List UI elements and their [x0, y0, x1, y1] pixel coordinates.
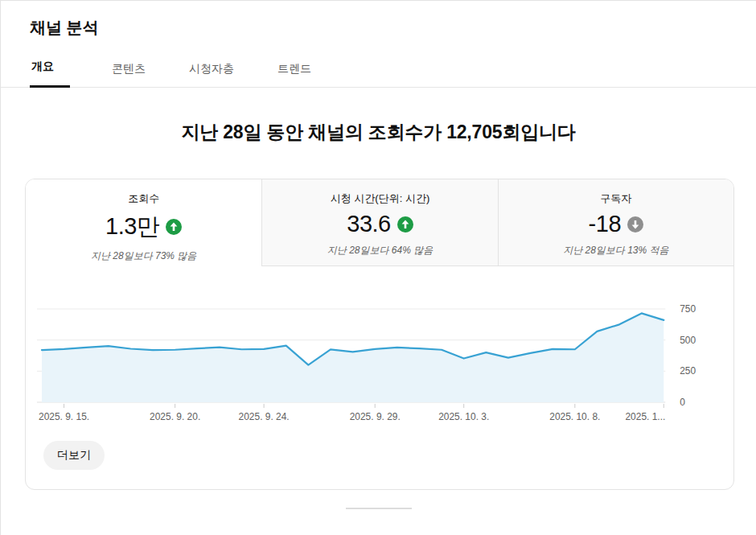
- views-chart[interactable]: 2025. 9. 15.2025. 9. 20.2025. 9. 24.2025…: [26, 297, 733, 430]
- channel-analytics-page: 채널 분석 개요 콘텐츠 시청자층 트렌드 지난 28일 동안 채널의 조회수가…: [0, 0, 756, 535]
- metric-subtitle: 지난 28일보다 73% 많음: [26, 249, 261, 263]
- svg-text:500: 500: [680, 335, 696, 346]
- svg-text:2025. 10. 3.: 2025. 10. 3.: [438, 411, 489, 422]
- metric-label: 시청 시간(단위: 시간): [262, 191, 497, 206]
- trend-up-icon: [166, 219, 182, 235]
- metric-subtitle: 지난 28일보다 64% 많음: [262, 244, 497, 257]
- metric-tab-watchtime[interactable]: 시청 시간(단위: 시간) 33.6 지난 28일보다 64% 많음: [261, 179, 497, 266]
- metric-value: 33.6: [347, 211, 390, 237]
- tab-audience[interactable]: 시청자층: [187, 62, 236, 88]
- svg-text:2025. 10. 8.: 2025. 10. 8.: [549, 411, 600, 422]
- views-summary-headline: 지난 28일 동안 채널의 조회수가 12,705회입니다: [1, 120, 756, 145]
- metric-subtitle: 지난 28일보다 13% 적음: [499, 244, 733, 257]
- analytics-tabbar: 개요 콘텐츠 시청자층 트렌드: [1, 39, 756, 88]
- metric-value: -18: [589, 211, 621, 237]
- see-more-button[interactable]: 더보기: [43, 441, 105, 470]
- svg-text:0: 0: [680, 397, 685, 408]
- svg-text:2025. 9. 29.: 2025. 9. 29.: [350, 411, 401, 422]
- tab-overview[interactable]: 개요: [30, 60, 70, 88]
- svg-text:2025. 9. 15.: 2025. 9. 15.: [39, 411, 89, 422]
- section-divider: [346, 508, 412, 509]
- tab-trends[interactable]: 트렌드: [276, 62, 313, 88]
- svg-text:2025. 9. 20.: 2025. 9. 20.: [150, 411, 200, 422]
- metric-tabs-row: 조회수 1.3만 지난 28일보다 73% 많음 시청 시간(단위: 시간) 3…: [26, 179, 733, 266]
- svg-text:750: 750: [680, 303, 696, 315]
- metric-label: 구독자: [499, 191, 733, 206]
- metric-tab-subscribers[interactable]: 구독자 -18 지난 28일보다 13% 적음: [498, 179, 733, 266]
- trend-down-icon: [627, 216, 643, 233]
- views-chart-area: 2025. 9. 15.2025. 9. 20.2025. 9. 24.2025…: [26, 266, 733, 430]
- metric-label: 조회수: [26, 191, 261, 206]
- svg-text:2025. 9. 24.: 2025. 9. 24.: [239, 411, 290, 422]
- metric-tab-views[interactable]: 조회수 1.3만 지난 28일보다 73% 많음: [26, 179, 261, 266]
- svg-text:250: 250: [680, 365, 696, 377]
- trend-up-icon: [397, 216, 413, 233]
- svg-text:2025. 1...: 2025. 1...: [625, 411, 665, 422]
- tab-content[interactable]: 콘텐츠: [110, 62, 147, 88]
- page-title: 채널 분석: [30, 17, 756, 39]
- analytics-card: 조회수 1.3만 지난 28일보다 73% 많음 시청 시간(단위: 시간) 3…: [25, 179, 734, 490]
- metric-value: 1.3만: [105, 211, 159, 243]
